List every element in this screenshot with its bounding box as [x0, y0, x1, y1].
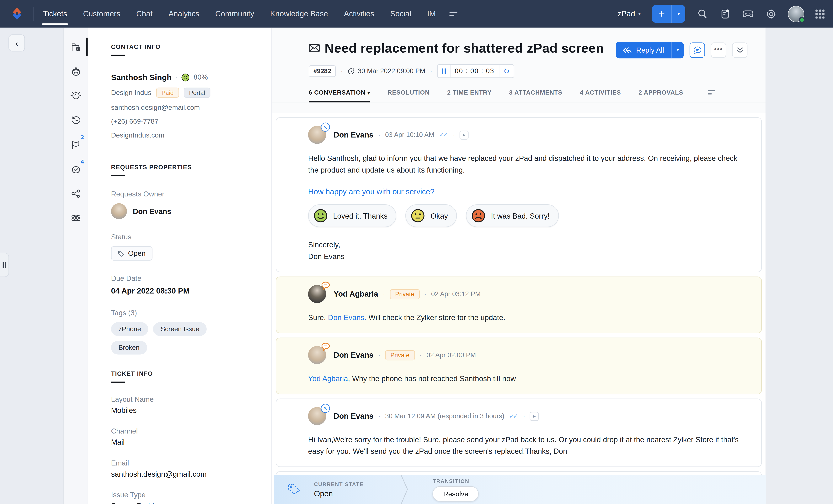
heading-underline	[111, 55, 125, 56]
nav-item-chat[interactable]: Chat	[136, 1, 152, 27]
comment-button[interactable]	[690, 42, 705, 58]
request-owner[interactable]: Don Evans	[111, 203, 259, 219]
message-author[interactable]: Don Evans	[334, 412, 374, 420]
nav-item-customers[interactable]: Customers	[83, 1, 120, 27]
survey-bad-label: It was Bad. Sorry!	[491, 211, 550, 220]
delivered-ticks-icon: ✓✓	[439, 131, 447, 138]
more-actions-button[interactable]: •••	[711, 42, 726, 58]
message-signoff-line2: Don Evans	[308, 251, 748, 262]
sent-reply-badge-icon: ↖	[321, 404, 330, 413]
add-button[interactable]: +	[652, 5, 672, 23]
expand-message-button[interactable]: ▸	[460, 130, 469, 140]
reply-all-button[interactable]: Reply All	[616, 42, 672, 58]
message-card-reply: ↖ Don Evans · 03 Apr 10:10 AM ✓✓ · ▸ Hel…	[276, 117, 762, 272]
paid-badge: Paid	[156, 87, 179, 98]
back-button[interactable]: ‹	[8, 34, 25, 51]
clock-icon	[348, 68, 355, 75]
ticket-email-label: Email	[111, 459, 259, 467]
ticket-detail-panel: Need replacement for shattered zPad scre…	[272, 28, 766, 504]
app-window: Tickets Customers Chat Analytics Communi…	[0, 0, 833, 504]
tag-broken[interactable]: Broken	[111, 341, 147, 355]
brand-logo-icon	[10, 7, 24, 21]
rail-item-share[interactable]	[64, 181, 88, 206]
message-signoff-line1: Sincerely,	[308, 239, 748, 251]
contact-phone[interactable]: (+26) 669-7787	[111, 117, 259, 125]
panel-collapse-handle[interactable]	[0, 253, 9, 277]
timer-pause-button[interactable]	[437, 65, 451, 77]
rail-item-history[interactable]	[64, 108, 88, 133]
message-author[interactable]: Yod Agbaria	[334, 290, 378, 298]
tab-attachments[interactable]: 3 ATTACHMENTS	[509, 89, 562, 102]
transition-label: TRANSITION	[433, 478, 479, 484]
timer-reset-button[interactable]: ↻	[499, 65, 514, 77]
feeds-icon[interactable]	[719, 8, 731, 20]
avatar	[308, 285, 326, 303]
nav-item-analytics[interactable]: Analytics	[168, 1, 199, 27]
gear-icon[interactable]	[765, 8, 777, 20]
add-dropdown-button[interactable]: ▾	[672, 5, 685, 23]
add-split-button: + ▾	[652, 5, 685, 23]
contact-name[interactable]: Santhosh Singh	[111, 73, 172, 82]
current-state-label: CURRENT STATE	[314, 481, 363, 487]
rail-item-insights[interactable]	[64, 84, 88, 108]
nav-item-community[interactable]: Community	[215, 1, 254, 27]
search-icon[interactable]	[696, 8, 708, 20]
tab-resolution[interactable]: RESOLUTION	[387, 89, 430, 102]
blueprint-state-icon	[287, 481, 301, 498]
content-area: ‹ 2 4	[0, 28, 833, 504]
message-time: 03 Apr 10:10 AM	[385, 131, 434, 138]
channel-label: Channel	[111, 427, 259, 435]
reply-options-dropdown[interactable]: ▾	[672, 42, 684, 58]
top-navigation: Tickets Customers Chat Analytics Communi…	[0, 0, 833, 28]
tab-time-entry[interactable]: 2 TIME ENTRY	[447, 89, 492, 102]
rail-item-apps[interactable]	[64, 206, 88, 230]
message-body: Hi Ivan,We're sorry for the trouble! Sur…	[308, 433, 746, 457]
chevron-down-icon: ▾	[367, 91, 370, 96]
tag-screen-issue[interactable]: Screen Issue	[153, 322, 207, 336]
brand-logo[interactable]	[0, 7, 33, 21]
resolve-button[interactable]: Resolve	[433, 486, 479, 501]
nav-item-knowledge-base[interactable]: Knowledge Base	[270, 1, 328, 27]
happiness-smiley-icon	[181, 73, 190, 81]
survey-question-link[interactable]: How happy are you with our service?	[308, 187, 748, 196]
heading-underline	[111, 175, 125, 176]
tag-zphone[interactable]: zPhone	[111, 322, 148, 336]
private-note-badge-icon	[321, 342, 330, 351]
tab-conversation[interactable]: 6 CONVERSATION▾	[309, 89, 370, 102]
nav-item-social[interactable]: Social	[390, 1, 411, 27]
department-selector[interactable]: zPad ▾	[617, 10, 641, 18]
message-author[interactable]: Don Evans	[334, 131, 374, 139]
nav-item-im[interactable]: IM	[427, 1, 436, 27]
tag-icon	[118, 250, 124, 256]
contact-email[interactable]: santhosh.design@email.com	[111, 103, 259, 111]
gamescope-icon[interactable]	[742, 8, 754, 20]
portal-badge: Portal	[184, 87, 210, 98]
message-time: 30 Mar 12:09 AM (responded in 3 hours)	[385, 412, 504, 420]
more-tabs-icon[interactable]	[708, 90, 715, 102]
survey-bad-button[interactable]: It was Bad. Sorry!	[466, 204, 559, 227]
mention-link[interactable]: Yod Agbaria	[308, 374, 348, 383]
tab-activities[interactable]: 4 ACTIVITIES	[580, 89, 621, 102]
rail-item-flag[interactable]: 2	[64, 133, 88, 157]
rail-item-ticket-properties[interactable]	[64, 35, 88, 59]
tags-label: Tags (3)	[111, 309, 259, 317]
survey-good-button[interactable]: Loved it. Thanks	[308, 204, 397, 227]
rail-item-approvals[interactable]: 4	[64, 157, 88, 182]
nav-item-activities[interactable]: Activities	[344, 1, 374, 27]
happy-face-icon	[313, 208, 328, 223]
survey-okay-button[interactable]: Okay	[406, 204, 457, 227]
mention-link[interactable]: Don Evans.	[328, 313, 366, 322]
contact-company[interactable]: Design Indus	[111, 89, 151, 97]
expand-message-button[interactable]: ▸	[530, 411, 539, 421]
message-author[interactable]: Don Evans	[334, 351, 374, 359]
nav-more-icon[interactable]	[450, 12, 457, 16]
tab-approvals[interactable]: 2 APPROVALS	[639, 89, 683, 102]
user-avatar[interactable]	[788, 6, 804, 22]
rail-item-zia-bot[interactable]	[64, 59, 88, 84]
app-grid-icon[interactable]	[815, 9, 825, 18]
contact-website[interactable]: DesignIndus.com	[111, 131, 259, 151]
collapse-threads-button[interactable]	[732, 42, 747, 58]
status-badge[interactable]: Open	[111, 246, 152, 260]
message-text: , Why the phone has not reached Santhosh…	[348, 374, 516, 383]
nav-item-tickets[interactable]: Tickets	[43, 1, 67, 27]
